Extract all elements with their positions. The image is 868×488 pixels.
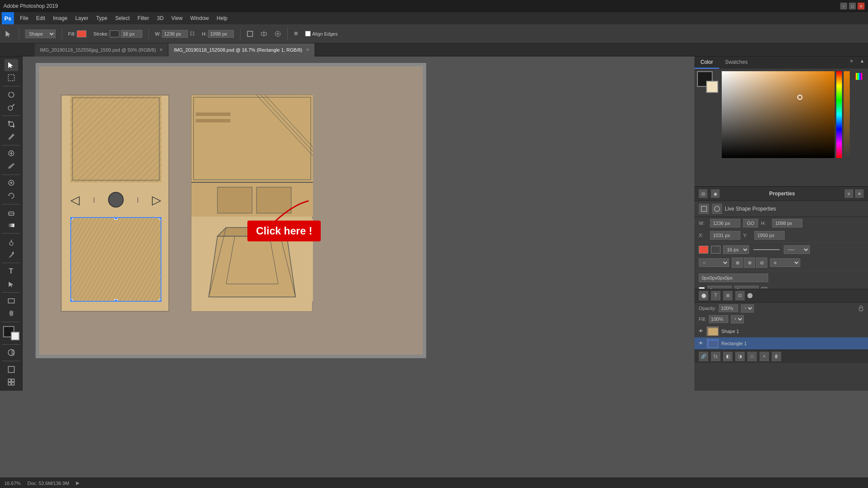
close-button[interactable]: ✕ bbox=[858, 3, 865, 10]
settings-icon[interactable]: ⚙ bbox=[292, 30, 300, 38]
path-align[interactable] bbox=[258, 29, 270, 39]
menu-view[interactable]: View bbox=[168, 13, 186, 23]
adj-icon-3[interactable]: ⊞ bbox=[723, 291, 733, 300]
alpha-slider[interactable] bbox=[844, 71, 850, 158]
gradient-tool[interactable] bbox=[4, 219, 18, 231]
minimize-button[interactable]: − bbox=[840, 3, 847, 10]
menu-image[interactable]: Image bbox=[49, 13, 71, 23]
move-tool[interactable] bbox=[4, 59, 18, 71]
align-edges-checkbox[interactable] bbox=[305, 31, 311, 36]
mask-btn[interactable]: ◧ bbox=[723, 352, 733, 361]
fill-percent-input[interactable] bbox=[709, 315, 728, 323]
color-panel-menu[interactable]: ≡ bbox=[847, 56, 856, 69]
rect-shape-tool[interactable] bbox=[4, 295, 18, 307]
color-panel-collapse[interactable]: ▲ bbox=[856, 56, 868, 69]
menu-window[interactable]: Window bbox=[187, 13, 213, 23]
clone-tool[interactable] bbox=[4, 177, 18, 189]
adjustment-btn[interactable]: ◑ bbox=[735, 352, 745, 361]
fx-btn[interactable]: fx bbox=[711, 352, 720, 361]
align-btn-3[interactable]: ⊘ bbox=[756, 257, 767, 268]
adj-icon-1[interactable]: ⬤ bbox=[699, 291, 708, 300]
statusbar-arrow[interactable]: ▶ bbox=[76, 480, 79, 486]
stroke-color-swatch[interactable] bbox=[711, 246, 720, 254]
layer-vis-1[interactable]: 👁 bbox=[698, 328, 704, 334]
h-input[interactable] bbox=[772, 219, 802, 228]
props-menu-btn[interactable]: ≡ bbox=[845, 189, 853, 198]
menu-filter[interactable]: Filter bbox=[134, 13, 153, 23]
layer-shape1[interactable]: 👁 Shape 1 bbox=[694, 325, 868, 337]
shape-dropdown-container[interactable]: Shape Path Pixels bbox=[23, 28, 58, 40]
arrow-right[interactable]: ▷ bbox=[152, 193, 161, 207]
props-icon-2[interactable]: ◉ bbox=[711, 189, 720, 198]
align-select[interactable]: ○ bbox=[699, 258, 729, 267]
tab-2-close[interactable]: ✕ bbox=[306, 47, 309, 52]
background-color-swatch[interactable] bbox=[706, 81, 718, 93]
history-brush-tool[interactable] bbox=[4, 190, 18, 202]
color-gradient-area[interactable] bbox=[722, 71, 833, 158]
menu-edit[interactable]: Edit bbox=[33, 13, 49, 23]
tab-1[interactable]: IMG_20190118_152556jpg_1500.psd @ 50% (R… bbox=[35, 43, 168, 56]
width-input[interactable] bbox=[162, 30, 188, 38]
fg-bg-swatches[interactable] bbox=[3, 326, 20, 340]
props-icon-1[interactable]: ⊟ bbox=[699, 189, 707, 198]
go-btn-1[interactable]: GO bbox=[743, 219, 758, 228]
menu-file[interactable]: File bbox=[16, 13, 32, 23]
frame-tool[interactable] bbox=[4, 376, 18, 388]
type-tool[interactable]: T bbox=[4, 265, 18, 277]
hand-tool[interactable] bbox=[4, 308, 18, 320]
quick-select-tool[interactable] bbox=[4, 101, 18, 113]
shape-select[interactable]: Shape Path Pixels bbox=[25, 30, 56, 38]
tab-color[interactable]: Color bbox=[694, 56, 719, 69]
adj-icon-4[interactable]: ⊡ bbox=[735, 291, 745, 300]
marquee-tool[interactable] bbox=[4, 72, 18, 84]
adj-icon-2[interactable]: T bbox=[711, 291, 720, 300]
height-input[interactable] bbox=[208, 30, 234, 38]
brush-tool[interactable] bbox=[4, 160, 18, 172]
menu-type[interactable]: Type bbox=[92, 13, 111, 23]
new-group-btn[interactable]: □ bbox=[747, 352, 757, 361]
stroke-swatch[interactable] bbox=[110, 30, 119, 37]
arrow-left[interactable]: ◁ bbox=[70, 193, 80, 207]
align-btn-2[interactable]: ⊗ bbox=[744, 257, 755, 268]
y-input[interactable] bbox=[754, 231, 785, 240]
tab-2[interactable]: IMG_20190118_152508.psd @ 16.7% (Rectang… bbox=[168, 43, 315, 56]
fill-swatch[interactable] bbox=[77, 30, 86, 37]
screen-mode-btn[interactable] bbox=[4, 363, 18, 376]
tab-1-close[interactable]: ✕ bbox=[159, 47, 163, 52]
hue-slider[interactable] bbox=[836, 71, 842, 158]
dodge-tool[interactable] bbox=[4, 236, 18, 248]
menu-select[interactable]: Select bbox=[112, 13, 133, 23]
menu-layer[interactable]: Layer bbox=[72, 13, 92, 23]
play-circle[interactable] bbox=[108, 192, 124, 208]
quick-mask-btn[interactable] bbox=[4, 347, 18, 359]
align-edges-container[interactable]: Align Edges bbox=[303, 30, 340, 38]
w-input[interactable] bbox=[710, 219, 740, 228]
stroke-style-select[interactable]: ── - - bbox=[784, 245, 810, 254]
path-select-tool[interactable] bbox=[4, 278, 18, 290]
eraser-tool[interactable] bbox=[4, 206, 18, 218]
opacity-input[interactable] bbox=[719, 304, 738, 312]
tab-swatches[interactable]: Swatches bbox=[719, 56, 754, 69]
background-swatch[interactable] bbox=[11, 332, 20, 340]
menu-3d[interactable]: 3D bbox=[153, 13, 167, 23]
heal-tool[interactable] bbox=[4, 148, 18, 160]
path-ops[interactable] bbox=[272, 29, 283, 39]
link-layers-btn[interactable]: 🔗 bbox=[699, 352, 708, 361]
lasso-tool[interactable] bbox=[4, 89, 18, 101]
fill-color-swatch[interactable] bbox=[699, 246, 708, 254]
delete-layer-btn[interactable]: 🗑 bbox=[772, 352, 781, 361]
layer-rectangle1[interactable]: 👁 Rectangle 1 bbox=[694, 337, 868, 350]
fill-mode-select[interactable]: ▼ bbox=[731, 315, 744, 323]
color-swatches-group[interactable] bbox=[697, 71, 718, 93]
layer-vis-2[interactable]: 👁 bbox=[698, 340, 704, 346]
x-input[interactable] bbox=[710, 231, 740, 240]
crop-tool[interactable] bbox=[4, 118, 18, 130]
opacity-mode-select[interactable]: ▼ bbox=[741, 304, 754, 313]
new-layer-btn[interactable]: + bbox=[760, 352, 769, 361]
props-close-btn[interactable]: ✕ bbox=[855, 189, 864, 198]
menu-help[interactable]: Help bbox=[213, 13, 231, 23]
pen-tool[interactable] bbox=[4, 249, 18, 261]
canvas-area[interactable]: ◁ | | ▷ bbox=[23, 56, 694, 391]
eyedropper-tool[interactable] bbox=[4, 131, 18, 143]
rect-constraint[interactable] bbox=[244, 29, 256, 39]
